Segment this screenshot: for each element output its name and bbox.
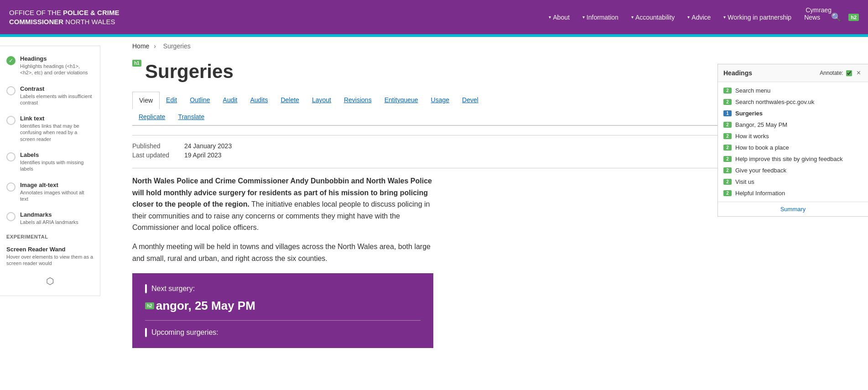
panel-item-how-works[interactable]: 2 How it works (718, 130, 868, 142)
sidebar-item-contrast[interactable]: Contrast Labels elements with insufficie… (0, 81, 100, 111)
panel-item-text-9: Visit us (735, 178, 754, 185)
annotate-checkbox[interactable] (846, 70, 852, 76)
annotate-label: Annotate: (820, 70, 843, 76)
next-surgery-label: Next surgery: (145, 284, 421, 293)
breadcrumb-separator: › (154, 42, 158, 50)
body-paragraph-2: A monthly meeting will be held in towns … (132, 241, 433, 264)
landmarks-desc: Labels all ARIA landmarks (20, 219, 78, 225)
tab-replicate[interactable]: Replicate (132, 109, 172, 125)
sidebar-item-image-alt[interactable]: Image alt-text Annotates images without … (0, 177, 100, 207)
nav-advice-label: Advice (691, 14, 711, 21)
link-text-toggle[interactable] (6, 116, 16, 125)
panel-item-give-feedback[interactable]: 2 Give your feedback (718, 165, 868, 176)
headings-desc: Highlights headings (<h1>, <h2>, etc) an… (20, 63, 94, 76)
nav-information-label: Information (587, 14, 619, 21)
updated-row: Last updated 19 April 2023 (132, 151, 736, 159)
panel-badge-visit: 2 (723, 179, 732, 185)
panel-item-search-menu[interactable]: 2 Search menu (718, 85, 868, 96)
panel-item-surgeries[interactable]: 1 Surgeries (718, 108, 868, 119)
labels-desc: Identifies inputs with missing labels (20, 159, 94, 172)
upcoming-label: Upcoming surgeries: (145, 328, 421, 337)
panel-item-help-improve[interactable]: 2 Help improve this site by giving feedb… (718, 153, 868, 165)
annotate-section: Annotate: × (820, 69, 863, 77)
breadcrumb-home[interactable]: Home (132, 42, 149, 50)
tab-revisions[interactable]: Revisions (338, 92, 378, 109)
panel-item-search-site[interactable]: 2 Search northwales-pcc.gov.uk (718, 96, 868, 108)
labels-toggle[interactable] (6, 152, 16, 161)
content-separator-2 (132, 168, 736, 168)
nav-accountability-arrow: ▾ (631, 15, 634, 20)
tab-devel[interactable]: Devel (456, 92, 485, 109)
sidebar-item-link-text[interactable]: Link text Identifies links that may be c… (0, 110, 100, 147)
nav-advice[interactable]: ▾ Advice (681, 2, 717, 32)
sidebar-item-labels[interactable]: Labels Identifies inputs with missing la… (0, 147, 100, 177)
link-text-desc: Identifies links that may be confusing w… (20, 123, 94, 142)
panel-badge-how-works: 2 (723, 133, 732, 139)
page-title: Surgeries (132, 60, 736, 83)
body-paragraph-1: North Wales Police and Crime Commissione… (132, 175, 433, 234)
contrast-desc: Labels elements with insufficient contra… (20, 93, 94, 106)
contrast-title: Contrast (20, 85, 94, 92)
panel-item-bangor[interactable]: 2 Bangor, 25 May PM (718, 119, 868, 130)
landmarks-title: Landmarks (20, 211, 78, 218)
main-nav: ▾ About ▾ Information ▾ Accountability ▾… (542, 1, 859, 34)
nav-partnership-arrow: ▾ (723, 15, 726, 20)
panel-list: 2 Search menu 2 Search northwales-pcc.go… (718, 82, 868, 202)
article-body: North Wales Police and Crime Commissione… (132, 175, 433, 264)
panel-badge-helpful: 2 (723, 190, 732, 196)
accessibility-sidebar: Headings Highlights headings (<h1>, <h2>… (0, 46, 100, 296)
tab-audit[interactable]: Audit (217, 92, 244, 109)
updated-date: 19 April 2023 (184, 151, 222, 159)
panel-item-helpful-info[interactable]: 2 Helpful Information (718, 187, 868, 199)
h1-badge: h1 (132, 60, 141, 67)
labels-title: Labels (20, 151, 94, 158)
updated-label: Last updated (132, 151, 182, 159)
image-alt-desc: Annotates images without alt text (20, 189, 94, 203)
sidebar-item-landmarks[interactable]: Landmarks Labels all ARIA landmarks (0, 207, 100, 230)
panel-badge-bangor: 2 (723, 122, 732, 128)
nav-working-partnership[interactable]: ▾ Working in partnership (717, 2, 798, 32)
breadcrumb: Home › Surgeries (0, 37, 868, 55)
meta-info: Published 24 January 2023 Last updated 1… (132, 142, 736, 159)
sidebar-item-headings[interactable]: Headings Highlights headings (<h1>, <h2>… (0, 51, 100, 81)
nav-about[interactable]: ▾ About (542, 2, 576, 32)
panel-item-text-2: Search northwales-pcc.gov.uk (735, 99, 814, 105)
landmarks-toggle[interactable] (6, 212, 16, 221)
panel-close-button[interactable]: × (855, 69, 863, 77)
tab-entityqueue[interactable]: Entityqueue (378, 92, 425, 109)
summary-link[interactable]: Summary (780, 206, 806, 213)
contrast-toggle[interactable] (6, 86, 16, 95)
nav-information-arrow: ▾ (582, 15, 585, 20)
tab-view[interactable]: View (132, 92, 160, 109)
sidebar-item-screen-reader-wand[interactable]: Screen Reader Wand Hover over elements t… (0, 241, 100, 271)
panel-item-how-book[interactable]: 2 How to book a place (718, 142, 868, 153)
purple-divider (145, 320, 421, 321)
search-button[interactable]: 🔍 (826, 1, 846, 34)
nav-advice-arrow: ▾ (687, 15, 690, 20)
image-alt-title: Image alt-text (20, 182, 94, 188)
headings-panel: Headings Annotate: × 2 Search menu 2 Sea… (717, 64, 868, 217)
tab-delete[interactable]: Delete (274, 92, 305, 109)
image-alt-toggle[interactable] (6, 182, 16, 192)
nav-accountability-label: Accountability (635, 14, 675, 21)
panel-item-text-3: Surgeries (735, 110, 763, 117)
site-title: OFFICE OF THE POLICE & CRIMECOMMISSIONER… (9, 8, 119, 26)
tab-outline[interactable]: Outline (183, 92, 216, 109)
panel-item-visit-us[interactable]: 2 Visit us (718, 176, 868, 187)
screen-reader-wand-desc: Hover over elements to view them as a sc… (6, 254, 94, 267)
screen-reader-wand-title: Screen Reader Wand (6, 246, 94, 253)
panel-item-text-6: How to book a place (735, 144, 789, 151)
nav-information[interactable]: ▾ Information (576, 2, 625, 32)
panel-item-text-8: Give your feedback (735, 167, 786, 174)
tab-translate[interactable]: Translate (172, 109, 211, 125)
panel-title: Headings (723, 69, 752, 77)
surgery-title: angor, 25 May PM (156, 299, 255, 313)
panel-footer: Summary (718, 202, 868, 216)
nav-accountability[interactable]: ▾ Accountability (625, 2, 681, 32)
tab-audits[interactable]: Audits (244, 92, 275, 109)
headings-toggle[interactable] (6, 56, 16, 65)
tab-usage[interactable]: Usage (425, 92, 456, 109)
tab-edit[interactable]: Edit (160, 92, 183, 109)
cymraeg-link[interactable]: Cymraeg (806, 6, 832, 14)
tab-layout[interactable]: Layout (306, 92, 338, 109)
